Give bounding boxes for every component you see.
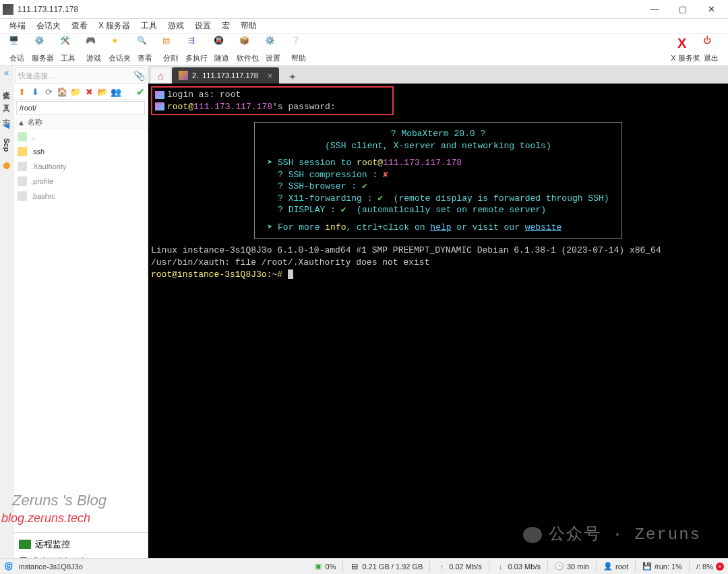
tool-games[interactable]: 🎮游戏 — [81, 36, 107, 63]
openfolder-icon[interactable]: 📂 — [97, 87, 108, 98]
paperclip-icon[interactable]: 📎 — [133, 70, 145, 81]
tool-view[interactable]: 🔍查看 — [132, 36, 158, 63]
file-row-bashrc[interactable]: .bashrc — [13, 189, 148, 203]
file-row-ssh[interactable]: .ssh — [13, 144, 148, 159]
cursor — [288, 269, 293, 279]
wechat-icon — [523, 527, 542, 543]
status-cpu: 0% — [326, 563, 336, 571]
prompt-icon — [155, 91, 164, 99]
upload-icon[interactable]: ⬆ — [16, 87, 27, 98]
banner-title: ? MobaXterm 20.0 ? — [391, 129, 485, 139]
toolbar: 🖥️会话 ⚙️服务器 🛠️工具 🎮游戏 ★会话夹 🔍查看 ▤分割 ⇶多执行 🚇隧… — [0, 34, 728, 66]
clock-icon: 🕒 — [555, 562, 564, 571]
delete-icon[interactable]: ✖ — [84, 87, 94, 98]
vtab-tools[interactable]: 工具 — [0, 94, 13, 104]
home-icon: ⌂ — [158, 70, 164, 82]
tool-server[interactable]: ⚙️服务器 — [30, 36, 55, 63]
tool-sessions[interactable]: ★会话夹 — [107, 36, 132, 63]
vtab-sessions[interactable]: 会话夹 — [0, 80, 13, 91]
collapse-icon[interactable]: « — [4, 67, 9, 77]
quickconnect-placeholder: 快速连接... — [18, 71, 54, 81]
menu-macros[interactable]: 宏 — [216, 19, 235, 33]
terminal[interactable]: login as: root root@111.173.117.178's pa… — [148, 84, 728, 573]
quickconnect-input[interactable]: 快速连接... — [15, 67, 146, 84]
status-bar: 🌀 instance-3s1Q8J3o ▣0% ▤0.21 GB / 1.92 … — [0, 558, 728, 574]
tab-home[interactable]: ⌂ — [151, 67, 171, 84]
tab-add-button[interactable]: ✦ — [284, 70, 301, 84]
menu-tools[interactable]: 工具 — [135, 19, 162, 33]
file-icon — [18, 177, 27, 186]
debian-icon: 🌀 — [4, 562, 13, 571]
tool-split[interactable]: ▤分割 — [158, 36, 183, 63]
sysinfo-line: Linux instance-3s1Q8J3o 6.1.0-10-amd64 #… — [151, 245, 725, 257]
tool-exit[interactable]: ⏻退出 — [698, 36, 724, 63]
cpu-icon: ▣ — [313, 562, 323, 571]
scp-mini-toolbar: ⬆ ⬇ ⟳ 🏠 📁 ✖ 📂 👥 ✔ — [13, 85, 148, 100]
vtab-arrow-icon[interactable]: ◀ — [3, 121, 9, 130]
find-icon[interactable]: 👥 — [111, 87, 121, 98]
titlebar: 111.173.117.178 — ▢ ✕ — [0, 0, 728, 19]
menu-terminal[interactable]: 终端 — [4, 19, 31, 33]
status-hostname: instance-3s1Q8J3o — [19, 563, 83, 571]
vtab-macros[interactable]: 宏 — [0, 107, 13, 118]
prompt-icon — [155, 102, 164, 110]
tool-xserver[interactable]: XX 服务奖 — [673, 36, 698, 63]
name-column-header[interactable]: 名称 — [28, 117, 42, 127]
newfolder-icon[interactable]: 📁 — [70, 87, 81, 98]
upload-icon: ↑ — [437, 562, 446, 571]
download-icon[interactable]: ⬇ — [30, 87, 40, 98]
tab-label: 111.173.117.178 — [202, 71, 258, 79]
path-input[interactable]: /root/ — [16, 101, 145, 115]
status-mem: 0.21 GB / 1.92 GB — [362, 563, 423, 571]
xauth-line: /usr/bin/xauth: file /root/.Xauthority d… — [151, 257, 725, 269]
tab-close-icon[interactable]: × — [268, 71, 273, 81]
games-icon: 🎮 — [86, 36, 102, 52]
power-icon: ⏻ — [703, 36, 719, 52]
file-row-profile[interactable]: .profile — [13, 174, 148, 189]
file-row-xauth[interactable]: .Xauthority — [13, 159, 148, 174]
star-icon: ★ — [111, 36, 127, 52]
tool-tunnel[interactable]: 🚇隧道 — [209, 36, 235, 63]
tool-help[interactable]: ❔帮助 — [286, 36, 311, 63]
xserver-icon: X — [677, 36, 694, 52]
menu-sessions[interactable]: 会话夹 — [31, 19, 66, 33]
disconnect-icon[interactable]: × — [716, 563, 724, 571]
menu-help[interactable]: 帮助 — [235, 19, 262, 33]
folder-up-icon — [18, 132, 27, 141]
status-up: 0.02 Mb/s — [449, 563, 481, 571]
wechat-watermark: 公众号 · Zeruns — [523, 524, 701, 546]
path-text: /root/ — [20, 104, 36, 112]
disk-icon: 💾 — [642, 562, 652, 571]
tab-session-active[interactable]: 2. 111.173.117.178 × — [172, 67, 279, 84]
right-pane: ⌂ 2. 111.173.117.178 × ✦ login as: root … — [148, 66, 728, 573]
website-link[interactable]: website — [525, 222, 562, 232]
minimize-button[interactable]: — — [640, 0, 669, 19]
close-button[interactable]: ✕ — [697, 0, 725, 19]
user-icon: 👤 — [603, 562, 613, 571]
login-highlight-box: login as: root root@111.173.117.178's pa… — [151, 86, 394, 115]
menu-games[interactable]: 游戏 — [162, 19, 189, 33]
tool-multiexec[interactable]: ⇶多执行 — [183, 36, 209, 63]
tool-settings[interactable]: ⚙️设置 — [260, 36, 286, 63]
tool-tools[interactable]: 🛠️工具 — [55, 36, 81, 63]
file-row-up[interactable]: .. — [13, 129, 148, 144]
help-link[interactable]: help — [430, 222, 451, 232]
tool-session[interactable]: 🖥️会话 — [4, 36, 30, 63]
refresh-icon[interactable]: ⟳ — [43, 87, 54, 98]
menu-settings[interactable]: 设置 — [189, 19, 216, 33]
tab-index: 2. — [192, 71, 198, 79]
file-icon — [18, 162, 27, 171]
remote-monitoring-button[interactable]: 远程监控 — [16, 536, 145, 553]
download-icon: ↓ — [496, 562, 506, 571]
vtab-scp[interactable]: Scp — [1, 133, 12, 157]
maximize-button[interactable]: ▢ — [669, 0, 697, 19]
status-dot-icon — [3, 162, 10, 169]
tab-bar: ⌂ 2. 111.173.117.178 × ✦ — [148, 66, 728, 84]
window-title: 111.173.117.178 — [18, 5, 640, 14]
tool-packages[interactable]: 📦软件包 — [235, 36, 260, 63]
banner-sub: (SSH client, X-server and networking too… — [325, 141, 551, 151]
view-icon: 🔍 — [137, 36, 153, 52]
menu-xserver[interactable]: X 服务器 — [93, 19, 135, 33]
home-icon[interactable]: 🏠 — [57, 87, 67, 98]
menu-view[interactable]: 查看 — [66, 19, 93, 33]
